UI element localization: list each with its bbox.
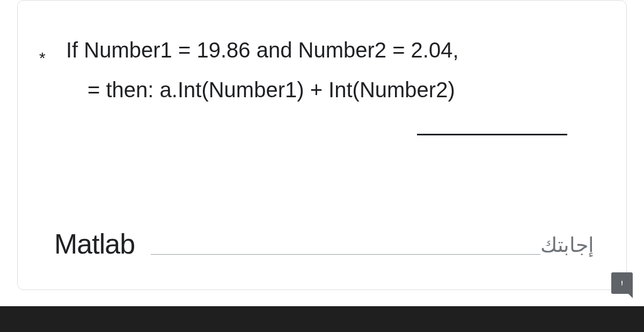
- answer-row: Matlab إجابتك: [54, 228, 594, 260]
- question-card: * If Number1 = 19.86 and Number2 = 2.04,…: [17, 0, 627, 290]
- blank-underline: [417, 134, 567, 135]
- answer-label: إجابتك: [540, 233, 594, 257]
- exclamation-icon: [617, 278, 627, 288]
- question-line-2: = then: a.Int(Number1) + Int(Number2): [66, 73, 599, 107]
- answer-input-value[interactable]: Matlab: [54, 228, 145, 260]
- question-text: If Number1 = 19.86 and Number2 = 2.04, =…: [66, 33, 599, 135]
- question-block: * If Number1 = 19.86 and Number2 = 2.04,…: [66, 33, 599, 135]
- bottom-bar: [0, 306, 644, 332]
- question-line-1: If Number1 = 19.86 and Number2 = 2.04,: [66, 33, 599, 67]
- answer-input-wrapper[interactable]: Matlab: [54, 228, 540, 260]
- required-marker: *: [39, 49, 46, 67]
- answer-underline: [151, 254, 540, 255]
- feedback-icon[interactable]: [611, 272, 633, 294]
